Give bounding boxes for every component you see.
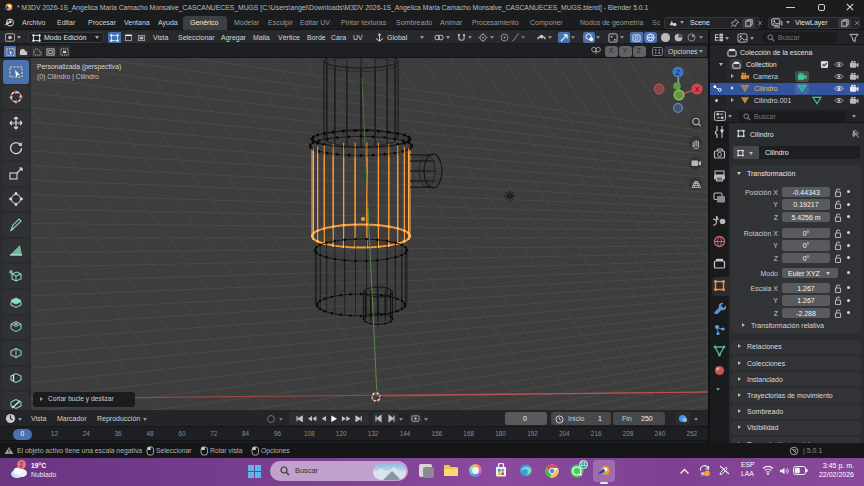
svg-text:Z: Z xyxy=(676,69,681,76)
svg-text:X: X xyxy=(695,86,700,93)
svg-text:K: K xyxy=(701,472,704,477)
